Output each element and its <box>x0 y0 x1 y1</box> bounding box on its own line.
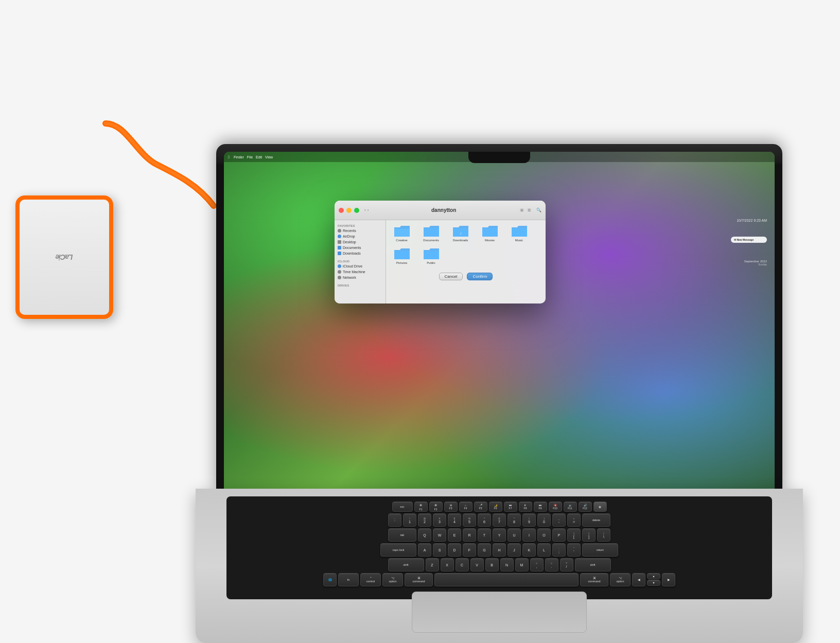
folder-movies[interactable]: Movies <box>478 224 501 242</box>
key-a[interactable]: A <box>418 543 431 557</box>
cancel-button[interactable]: Cancel <box>439 273 463 280</box>
sidebar-item-timemachine[interactable]: Time Machine <box>335 269 386 275</box>
sidebar-item-network[interactable]: Network <box>335 275 386 280</box>
key-delete[interactable]: delete <box>582 513 610 527</box>
key-q[interactable]: Q <box>418 528 431 542</box>
key-command-right[interactable]: ⌘command <box>580 573 608 586</box>
key-f1[interactable]: ☀F1 <box>414 502 428 512</box>
key-z[interactable]: Z <box>426 558 439 571</box>
key-backtick[interactable]: ~` <box>388 513 401 527</box>
key-m[interactable]: M <box>515 558 529 571</box>
key-0[interactable]: )0 <box>537 513 551 527</box>
key-arrow-down[interactable]: ▼ <box>647 580 660 586</box>
sidebar-item-desktop[interactable]: Desktop <box>335 239 386 245</box>
key-semicolon[interactable]: :; <box>552 543 566 557</box>
key-option-left[interactable]: ⌥option <box>382 573 403 586</box>
key-i[interactable]: I <box>522 528 536 542</box>
key-p[interactable]: P <box>552 528 566 542</box>
minimize-button[interactable] <box>346 208 352 213</box>
key-fn[interactable]: fn <box>338 573 359 586</box>
key-1[interactable]: !1 <box>403 513 416 527</box>
key-j[interactable]: J <box>507 543 521 557</box>
key-4[interactable]: $4 <box>448 513 461 527</box>
key-f10[interactable]: 🔇F10 <box>549 502 562 512</box>
key-n[interactable]: N <box>500 558 514 571</box>
folder-downloads[interactable]: ↓ Downloads <box>449 224 472 242</box>
key-globe[interactable]: 🌐 <box>323 573 337 586</box>
touchpad[interactable] <box>412 592 587 633</box>
key-f5[interactable]: 🎤F5 <box>474 502 487 512</box>
key-f8[interactable]: ⏸F8 <box>519 502 532 512</box>
key-3[interactable]: #3 <box>433 513 446 527</box>
key-5[interactable]: %5 <box>463 513 476 527</box>
folder-creative[interactable]: Creative <box>390 224 413 242</box>
key-arrow-left[interactable]: ◀ <box>632 573 645 586</box>
key-space[interactable] <box>434 573 579 586</box>
key-l[interactable]: L <box>537 543 551 557</box>
key-h[interactable]: H <box>493 543 506 557</box>
folder-documents[interactable]: Documents <box>419 224 443 242</box>
key-7[interactable]: &7 <box>493 513 506 527</box>
folder-public[interactable]: Public <box>419 247 443 264</box>
key-arrow-up[interactable]: ▲ <box>647 573 660 579</box>
key-f11[interactable]: 🔉F11 <box>564 502 577 512</box>
key-option-right[interactable]: ⌥option <box>610 573 631 586</box>
key-capslock[interactable]: caps lock <box>380 543 416 557</box>
key-f6[interactable]: 🌙F6 <box>489 502 502 512</box>
key-bracket-open[interactable]: {[ <box>567 528 581 542</box>
close-button[interactable] <box>339 208 344 213</box>
sidebar-item-documents[interactable]: Documents <box>335 245 386 251</box>
key-g[interactable]: G <box>478 543 491 557</box>
key-2[interactable]: @2 <box>418 513 431 527</box>
key-e[interactable]: E <box>448 528 461 542</box>
key-f4[interactable]: ⌕F4 <box>459 502 472 512</box>
key-k[interactable]: K <box>522 543 536 557</box>
key-y[interactable]: Y <box>493 528 506 542</box>
key-arrow-right[interactable]: ▶ <box>662 573 675 586</box>
key-command-left[interactable]: ⌘command <box>405 573 433 586</box>
key-esc[interactable]: esc <box>392 502 413 512</box>
key-backslash[interactable]: |\ <box>597 528 610 542</box>
sidebar-item-recents[interactable]: Recents <box>335 228 386 234</box>
key-u[interactable]: U <box>507 528 521 542</box>
key-bracket-close[interactable]: }] <box>582 528 596 542</box>
key-d[interactable]: D <box>448 543 461 557</box>
key-power[interactable]: ⏻ <box>593 502 607 512</box>
key-x[interactable]: X <box>441 558 454 571</box>
key-r[interactable]: R <box>463 528 476 542</box>
key-control-left[interactable]: ⌃control <box>360 573 381 586</box>
key-f9[interactable]: ⏭F9 <box>534 502 547 512</box>
key-w[interactable]: W <box>433 528 446 542</box>
key-tab[interactable]: tab <box>388 528 416 542</box>
key-f12[interactable]: 🔊F12 <box>579 502 592 512</box>
folder-pictures[interactable]: Pictures <box>390 247 413 264</box>
key-b[interactable]: B <box>485 558 499 571</box>
key-slash[interactable]: ?/ <box>560 558 573 571</box>
key-return[interactable]: return <box>582 543 618 557</box>
key-8[interactable]: *8 <box>507 513 521 527</box>
folder-music[interactable]: Music <box>507 224 531 242</box>
key-equals[interactable]: += <box>567 513 581 527</box>
key-f3[interactable]: ⊞F3 <box>444 502 458 512</box>
key-quote[interactable]: "' <box>567 543 581 557</box>
key-s[interactable]: S <box>433 543 446 557</box>
key-o[interactable]: O <box>537 528 551 542</box>
sidebar-item-airdrop[interactable]: AirDrop <box>335 234 386 239</box>
key-shift-left[interactable]: shift <box>388 558 424 571</box>
sidebar-item-downloads[interactable]: Downloads <box>335 251 386 256</box>
sidebar-item-icloud[interactable]: iCloud Drive <box>335 263 386 269</box>
key-f[interactable]: F <box>463 543 476 557</box>
key-f7[interactable]: ⏮F7 <box>504 502 517 512</box>
key-comma[interactable]: <, <box>530 558 544 571</box>
key-f2[interactable]: ☀F2 <box>429 502 443 512</box>
key-shift-right[interactable]: shift <box>575 558 611 571</box>
maximize-button[interactable] <box>354 208 359 213</box>
key-9[interactable]: (9 <box>522 513 536 527</box>
key-6[interactable]: ^6 <box>478 513 491 527</box>
key-t[interactable]: T <box>478 528 491 542</box>
key-v[interactable]: V <box>470 558 484 571</box>
confirm-button[interactable]: Confirm <box>467 273 493 280</box>
key-period[interactable]: >. <box>545 558 558 571</box>
key-minus[interactable]: _- <box>552 513 566 527</box>
key-c[interactable]: C <box>456 558 469 571</box>
